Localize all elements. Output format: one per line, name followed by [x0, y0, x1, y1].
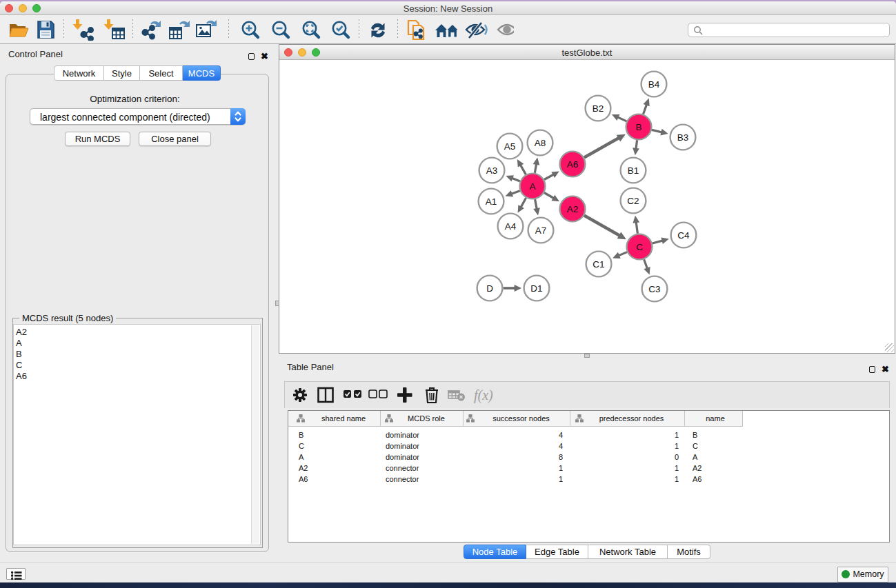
svg-text:A3: A3: [486, 165, 498, 176]
svg-text:D: D: [486, 283, 493, 294]
svg-text:B3: B3: [677, 132, 689, 143]
svg-text:A7: A7: [535, 225, 547, 236]
svg-text:B1: B1: [628, 165, 639, 176]
svg-text:A2: A2: [567, 204, 579, 214]
svg-text:A: A: [529, 181, 535, 192]
svg-text:A6: A6: [567, 159, 579, 170]
svg-text:C2: C2: [627, 196, 639, 206]
svg-text:C1: C1: [593, 259, 604, 270]
svg-text:C: C: [636, 242, 643, 252]
svg-text:B4: B4: [648, 79, 660, 90]
svg-text:C3: C3: [648, 284, 660, 294]
svg-text:A4: A4: [505, 221, 517, 232]
svg-text:A1: A1: [486, 196, 497, 207]
svg-text:A8: A8: [535, 138, 546, 148]
svg-text:f(x): f(x): [474, 387, 493, 403]
svg-text:A5: A5: [504, 141, 516, 152]
svg-text:B: B: [635, 122, 641, 132]
svg-text:B2: B2: [593, 103, 604, 114]
svg-text:C4: C4: [677, 230, 690, 241]
svg-text:D1: D1: [530, 283, 542, 294]
